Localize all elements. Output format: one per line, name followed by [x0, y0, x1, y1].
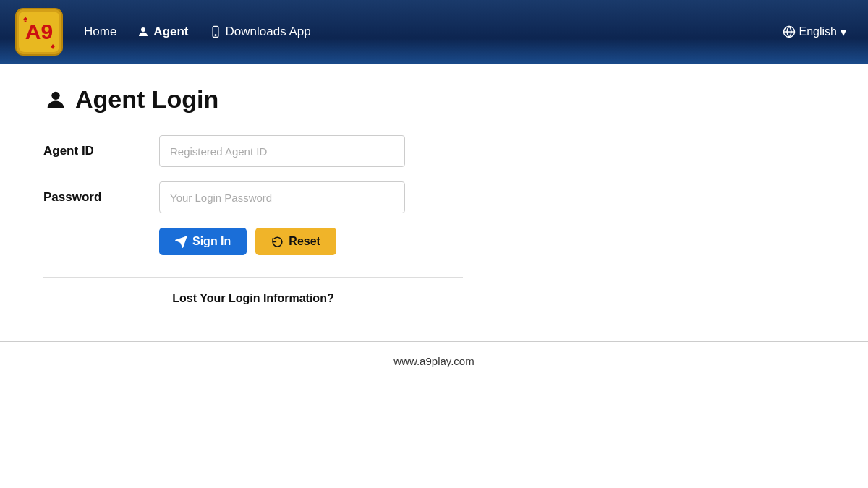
password-row: Password	[43, 181, 477, 213]
password-label: Password	[43, 190, 159, 205]
signin-icon	[175, 236, 187, 248]
lost-info: Lost Your Login Information?	[43, 292, 463, 305]
language-button[interactable]: English ▾	[775, 21, 854, 43]
agent-id-label: Agent ID	[43, 144, 159, 158]
footer: www.a9play.com	[0, 355, 868, 382]
reset-label: Reset	[289, 235, 320, 248]
signin-button[interactable]: Sign In	[159, 228, 247, 255]
lost-info-link[interactable]: Lost Your Login Information?	[172, 292, 333, 304]
svg-marker-11	[176, 236, 186, 247]
reset-button[interactable]: Reset	[255, 228, 336, 255]
footer-website: www.a9play.com	[393, 355, 474, 367]
login-form: Agent ID Password Sign In Reset	[43, 135, 477, 305]
nav-downloads-label: Downloads App	[226, 25, 311, 39]
nav-agent[interactable]: Agent	[129, 20, 195, 43]
footer-divider	[0, 341, 868, 342]
signin-label: Sign In	[192, 235, 231, 248]
svg-point-10	[51, 91, 59, 99]
svg-point-7	[215, 35, 216, 36]
navbar: A9 ♠ ♦ Home Agent Downloads App	[0, 0, 868, 64]
nav-links: Home Agent Downloads App	[77, 20, 318, 43]
svg-point-5	[141, 27, 145, 32]
reset-icon	[271, 236, 284, 248]
svg-text:♠: ♠	[23, 14, 28, 24]
form-buttons: Sign In Reset	[159, 228, 477, 255]
nav-agent-label: Agent	[153, 25, 188, 39]
svg-text:♦: ♦	[51, 41, 55, 51]
phone-icon	[209, 25, 222, 38]
agent-id-input[interactable]	[159, 135, 405, 167]
page-title-text: Agent Login	[75, 85, 218, 114]
nav-home[interactable]: Home	[77, 20, 124, 43]
chevron-down-icon: ▾	[841, 25, 846, 39]
agent-icon	[137, 25, 150, 38]
nav-downloads[interactable]: Downloads App	[202, 20, 318, 43]
main-content: Agent Login Agent ID Password Sign In	[0, 64, 868, 341]
person-icon	[43, 87, 68, 112]
svg-text:A9: A9	[25, 20, 53, 43]
form-divider	[43, 277, 463, 278]
globe-icon	[783, 25, 796, 38]
agent-id-row: Agent ID	[43, 135, 477, 167]
password-input[interactable]	[159, 181, 405, 213]
language-label: English	[799, 25, 837, 38]
logo[interactable]: A9 ♠ ♦	[14, 7, 64, 56]
nav-right: English ▾	[775, 21, 854, 43]
page-title: Agent Login	[43, 85, 825, 114]
